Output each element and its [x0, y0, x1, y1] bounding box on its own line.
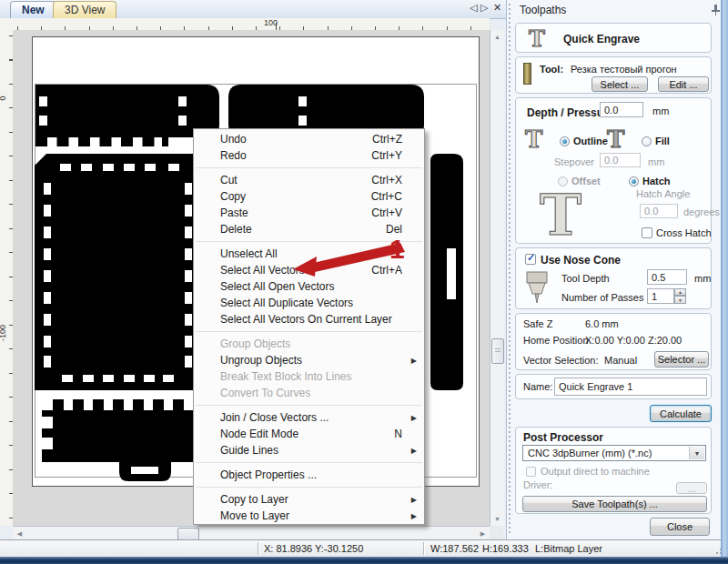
menu-item-label: Cut: [220, 174, 238, 186]
depth-unit-label: mm: [652, 106, 669, 116]
tool-label: Tool:: [540, 64, 563, 75]
fill-radio[interactable]: [642, 136, 652, 146]
tab-3d-view-label: 3D View: [65, 4, 105, 16]
cross-hatch-label: Cross Hatch: [656, 227, 712, 238]
tab-new-label: New: [22, 4, 45, 16]
safe-z-label: Safe Z: [523, 318, 552, 329]
menu-item-object-properties[interactable]: Object Properties ...: [194, 467, 424, 483]
menu-item-label: Group Objects: [220, 337, 290, 350]
stepover-value: 0.0: [604, 155, 618, 166]
vertical-scrollbar[interactable]: ▲ ▼: [490, 30, 504, 526]
tab-close-icon[interactable]: ✕: [493, 2, 501, 14]
selector-label: Selector ...: [658, 354, 706, 365]
menu-item-select-all-duplicate-vectors[interactable]: Select All Duplicate Vectors: [194, 295, 424, 311]
pin-icon[interactable]: [711, 4, 721, 15]
browse-label: ...: [687, 483, 695, 494]
submenu-arrow-icon: ▶: [411, 509, 417, 525]
view-tab-bar: New 3D View ◁ ▷ ✕: [0, 0, 506, 19]
menu-item-label: Unselect All: [220, 247, 278, 260]
part-top-left-panel[interactable]: [35, 85, 219, 146]
tool-edit-button[interactable]: Edit ...: [658, 76, 709, 92]
tab-3d-view[interactable]: 3D View: [53, 1, 116, 18]
tab-new[interactable]: New: [10, 1, 56, 18]
arrow-head: [293, 257, 317, 277]
use-nose-cone-checkbox[interactable]: ✓: [525, 254, 536, 265]
submenu-arrow-icon: ▶: [411, 410, 417, 427]
menu-item-undo[interactable]: UndoCtrl+Z: [194, 131, 424, 147]
save-toolpaths-button[interactable]: Save Toolpath(s) ...: [522, 496, 707, 512]
home-position-label: Home Position: [523, 335, 589, 346]
name-input[interactable]: Quick Engrave 1: [554, 378, 707, 396]
strategy-header-box: T Quick Engrave: [515, 23, 712, 53]
status-separator: [258, 542, 258, 555]
menu-item-label: Node Edit Mode: [220, 428, 298, 440]
menu-item-copy-to-layer[interactable]: Copy to Layer▶: [194, 491, 424, 508]
tab-prev-icon[interactable]: ◁: [470, 2, 477, 14]
scroll-right-icon[interactable]: ▶: [476, 527, 490, 540]
menu-item-join-close-vectors[interactable]: Join / Close Vectors ...▶: [194, 409, 424, 426]
menu-item-paste[interactable]: PasteCtrl+V: [194, 205, 424, 221]
status-height: H:169.333: [482, 543, 529, 554]
fill-t-icon: T: [607, 127, 624, 151]
menu-item-label: Select All Open Vectors: [220, 280, 334, 293]
menu-item-node-edit-mode[interactable]: Node Edit ModeN: [194, 426, 424, 442]
fill-label: Fill: [655, 136, 670, 146]
menu-item-select-all-vectors-on-current-layer[interactable]: Select All Vectors On Current Layer: [194, 311, 424, 327]
hatch-radio[interactable]: [629, 176, 639, 186]
menu-item-label: Move to Layer: [220, 509, 289, 522]
menu-item-cut[interactable]: CutCtrl+X: [194, 172, 424, 188]
tool-select-button[interactable]: Select ...: [592, 76, 648, 92]
horizontal-scrollbar[interactable]: ◀ ▶: [13, 526, 490, 540]
menu-item-ungroup-objects[interactable]: Ungroup Objects▶: [194, 352, 424, 368]
passes-input[interactable]: 1: [647, 288, 674, 304]
selector-button[interactable]: Selector ...: [654, 351, 709, 368]
cross-hatch-checkbox[interactable]: [642, 227, 652, 238]
close-button[interactable]: Close: [650, 518, 710, 536]
ruler-label-0: 0: [0, 96, 7, 100]
tab-next-icon[interactable]: ▷: [480, 2, 488, 14]
panel-splitter-grip[interactable]: [509, 4, 511, 536]
menu-item-copy[interactable]: CopyCtrl+C: [194, 188, 424, 205]
driver-browse-button: ...: [676, 482, 707, 494]
ruler-label-100: 100: [264, 18, 278, 27]
menu-item-label: Object Properties ...: [220, 468, 317, 481]
post-processor-select[interactable]: CNC 3dpBurner (mm) (*.nc) ▼: [522, 445, 706, 461]
post-processor-box: Post Processor CNC 3dpBurner (mm) (*.nc)…: [515, 427, 712, 514]
menu-item-move-to-layer[interactable]: Move to Layer▶: [194, 508, 424, 524]
output-direct-label: Output direct to machine: [541, 466, 650, 477]
ruler-corner: [0, 18, 14, 31]
depth-pressure-input[interactable]: 0.0: [600, 102, 643, 117]
menu-item-label: Break Text Block Into Lines: [220, 370, 352, 383]
menu-item-label: Paste: [220, 206, 248, 219]
menu-item-label: Join / Close Vectors ...: [220, 411, 329, 424]
menu-item-label: Select All Vectors On Current Layer: [220, 313, 392, 326]
menu-item-guide-lines[interactable]: Guide Lines▶: [194, 442, 424, 458]
window-bottom-border: [0, 557, 728, 564]
menu-item-redo[interactable]: RedoCtrl+Y: [194, 147, 424, 164]
tool-depth-input[interactable]: 0.5: [647, 269, 687, 285]
hatch-angle-input: 0.0: [640, 204, 678, 218]
scroll-left-icon[interactable]: ◀: [13, 527, 26, 540]
status-separator: [423, 542, 424, 555]
menu-item-label: Guide Lines: [220, 444, 278, 457]
horizontal-scroll-thumb[interactable]: [177, 528, 199, 540]
outline-radio[interactable]: [560, 136, 570, 146]
menu-item-label: Copy to Layer: [220, 493, 288, 506]
hatch-angle-unit-label: degrees: [683, 206, 720, 217]
tool-value: Резка тестовый прогон: [571, 64, 677, 75]
part-right-bar[interactable]: [430, 154, 463, 390]
scroll-up-icon[interactable]: ▲: [490, 30, 504, 44]
annotation-number: 1: [389, 234, 405, 264]
home-position-value: X:0.00 Y:0.00 Z:20.00: [585, 335, 682, 346]
tool-box: Tool: Резка тестовый прогон Select ... E…: [515, 56, 712, 94]
safe-z-value: 6.0 mm: [585, 318, 619, 329]
vertical-scroll-thumb[interactable]: [491, 338, 504, 364]
passes-spin-down-icon[interactable]: ▼: [674, 296, 686, 304]
passes-spin-up-icon[interactable]: ▲: [674, 288, 686, 296]
passes-value: 1: [652, 291, 657, 302]
calculate-button[interactable]: Calculate: [650, 405, 712, 422]
menu-separator: [196, 487, 422, 488]
check-icon: ✓: [527, 252, 535, 264]
menu-item-shortcut: Ctrl+Z: [372, 131, 402, 147]
scroll-down-icon[interactable]: ▼: [490, 512, 504, 526]
